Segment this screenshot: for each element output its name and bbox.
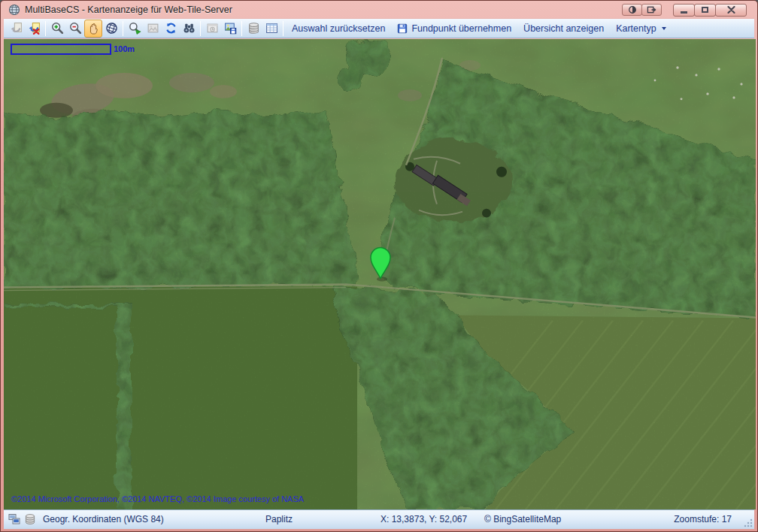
minimize-icon [681,11,687,14]
zoom-level-label: Zoomstufe: 17 [674,514,732,524]
network-connection-icon [8,513,20,525]
contrast-icon [628,5,637,14]
preview-disabled-icon [206,22,219,35]
contrast-button[interactable] [622,4,642,16]
zoom-selection-icon [129,22,141,35]
globe-icon [105,22,118,35]
globe-tool-button[interactable] [102,20,120,38]
pan-tool-button[interactable] [84,20,102,38]
statusbar: Geogr. Koordinaten (WGS 84) Paplitz X: 1… [4,509,754,529]
reset-selection-label: Auswahl zurücksetzen [292,23,385,34]
toolbar: Auswahl zurücksetzen Fundpunkt übernehme… [4,18,754,38]
cursor-coordinates: X: 13,3873, Y: 52,067 [381,514,467,524]
toolbar-separator [45,21,46,36]
maximize-icon [702,7,708,13]
zoom-out-icon [69,22,82,35]
coordinate-system-label: Geogr. Koordinaten (WGS 84) [43,514,164,524]
reset-selection-button[interactable]: Auswahl zurücksetzen [286,20,391,38]
zoom-in-button[interactable] [48,20,66,38]
zoom-out-button[interactable] [66,20,84,38]
close-icon [727,6,735,14]
refresh-icon [165,22,177,35]
zoom-previous-icon [10,22,23,35]
resize-grip[interactable] [743,518,753,527]
database-button[interactable] [244,20,262,38]
app-window: MultiBaseCS - Kartenanzeige für Web-Tile… [0,0,758,532]
toolbar-separator [241,21,242,36]
close-button[interactable] [715,4,747,17]
table-icon [265,22,278,35]
map-type-label: Kartentyp [616,23,656,34]
database-status-icon [24,513,36,525]
show-overview-label: Übersicht anzeigen [523,23,604,34]
refresh-button[interactable] [162,20,180,38]
window-controls [674,4,747,17]
zoom-selection-button[interactable] [126,20,144,38]
place-label: Paplitz [265,514,293,524]
titlebar-extra-buttons [623,4,662,16]
database-icon [247,22,260,35]
image-tool-disabled-button[interactable] [144,20,162,38]
zoom-history-clear-button[interactable] [25,20,43,38]
satellite-map[interactable] [4,39,756,509]
maximize-button[interactable] [694,4,716,17]
chevron-down-icon [662,27,666,30]
map-type-dropdown[interactable]: Kartentyp [610,20,672,38]
zoom-previous-button[interactable] [7,20,25,38]
zoom-history-clear-icon [28,22,41,35]
detach-window-icon [647,5,656,14]
zoom-in-icon [51,22,64,35]
map-viewport[interactable]: 100m ©2014 Microsoft Corporation, ©2014 … [4,39,756,509]
globe-app-icon [8,4,20,16]
show-overview-button[interactable]: Übersicht anzeigen [517,20,610,38]
minimize-button[interactable] [673,4,695,17]
preview-disabled-button[interactable] [203,20,221,38]
pan-hand-icon [87,22,100,35]
save-map-image-button[interactable] [221,20,239,38]
toolbar-separator [123,21,123,36]
map-copyright: ©2014 Microsoft Corporation, ©2014 NAVTE… [11,494,304,503]
window-title: MultiBaseCS - Kartenanzeige für Web-Tile… [25,5,623,15]
toolbar-separator [283,21,283,36]
apply-point-label: Fundpunkt übernehmen [411,23,511,34]
binoculars-icon [183,22,196,35]
map-scale-bar [11,44,111,55]
image-disabled-icon [147,22,159,35]
record-table-button[interactable] [262,20,280,38]
detach-window-button[interactable] [641,4,662,16]
apply-point-button[interactable]: Fundpunkt übernehmen [391,20,517,38]
save-map-image-icon [224,22,237,35]
map-scale-label: 100m [114,44,135,53]
toolbar-separator [200,21,201,36]
search-button[interactable] [180,20,198,38]
floppy-disk-icon [397,23,408,34]
titlebar: MultiBaseCS - Kartenanzeige für Web-Tile… [4,2,754,18]
map-provider-label: © BingSatelliteMap [484,514,561,524]
